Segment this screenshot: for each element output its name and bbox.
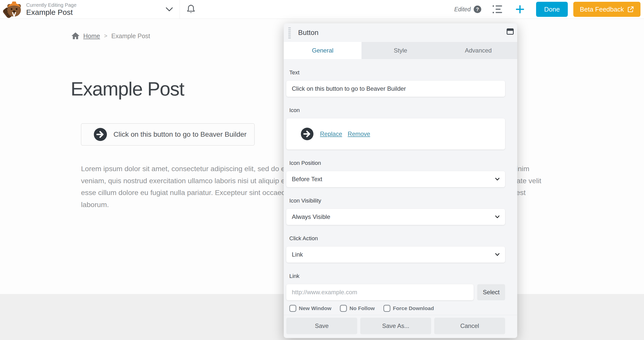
icon-position-select[interactable]: Before Text: [286, 171, 505, 187]
icon-preview-card: Replace Remove: [286, 118, 505, 150]
icon-visibility-label: Icon Visibility: [289, 198, 505, 204]
panel-title: Button: [298, 29, 318, 37]
external-link-icon: [627, 6, 634, 13]
drag-handle[interactable]: [288, 27, 291, 38]
page-demo-button-label: Click on this button to go to Beaver Bui…: [113, 130, 247, 138]
notifications-bell-icon[interactable]: [180, 5, 202, 14]
breadcrumb-home-link[interactable]: Home: [83, 32, 100, 40]
beaver-builder-logo: [3, 1, 22, 18]
help-icon[interactable]: ?: [474, 6, 481, 13]
beta-feedback-button[interactable]: Beta Feedback: [573, 2, 640, 17]
field-icon-visibility: Icon Visibility Always Visible: [284, 198, 517, 225]
page-switcher-chevron-down-icon[interactable]: [166, 7, 173, 12]
force-download-checkbox[interactable]: Force Download: [383, 305, 434, 312]
home-icon[interactable]: [71, 32, 80, 40]
panel-body: Text Icon Replace Remove Icon Position: [284, 59, 517, 315]
checkbox-icon: [383, 305, 390, 312]
beta-feedback-label: Beta Feedback: [580, 6, 624, 13]
arrow-circle-right-icon: [94, 128, 107, 141]
selected-arrow-circle-right-icon: [301, 128, 313, 140]
new-window-checkbox[interactable]: New Window: [289, 305, 331, 312]
currently-editing-label: Currently Editing Page: [26, 2, 76, 8]
breadcrumb-separator: >: [104, 33, 107, 39]
chevron-down-icon: [495, 178, 500, 181]
link-options: New Window No Follow Force Download: [289, 305, 505, 312]
field-link: Link Select New Window No Follow Force D…: [284, 273, 517, 312]
text-field-label: Text: [289, 70, 505, 75]
button-text-input[interactable]: [286, 81, 505, 97]
link-url-input[interactable]: [286, 284, 474, 300]
icon-visibility-select[interactable]: Always Visible: [286, 209, 505, 225]
icon-remove-link[interactable]: Remove: [348, 130, 370, 137]
done-button[interactable]: Done: [536, 2, 568, 17]
button-settings-panel: Button General Style Advanced Text Icon: [284, 23, 517, 338]
click-action-label: Click Action: [289, 235, 505, 241]
page-demo-button[interactable]: Click on this button to go to Beaver Bui…: [81, 123, 255, 145]
save-button[interactable]: Save: [286, 318, 357, 334]
field-text: Text: [284, 70, 517, 97]
breadcrumb-current: Example Post: [111, 32, 150, 40]
tab-advanced[interactable]: Advanced: [439, 42, 517, 59]
no-follow-label: No Follow: [349, 305, 375, 311]
dock-window-icon[interactable]: [507, 28, 514, 35]
panel-footer: Save Save As... Cancel: [284, 315, 517, 338]
icon-field-label: Icon: [289, 107, 505, 113]
panel-tab-bar: General Style Advanced: [284, 42, 517, 59]
outline-panel-icon[interactable]: [492, 5, 503, 14]
checkbox-icon: [340, 305, 347, 312]
new-window-label: New Window: [299, 305, 331, 311]
field-icon-position: Icon Position Before Text: [284, 160, 517, 187]
icon-replace-link[interactable]: Replace: [320, 130, 342, 137]
chevron-down-icon: [495, 215, 500, 218]
field-icon: Icon Replace Remove: [284, 107, 517, 150]
icon-visibility-value: Always Visible: [292, 213, 330, 220]
chevron-down-icon: [495, 253, 500, 256]
click-action-value: Link: [292, 251, 303, 258]
force-download-label: Force Download: [393, 305, 434, 311]
topbar-title-block: Currently Editing Page Example Post: [26, 2, 76, 17]
cancel-button[interactable]: Cancel: [434, 318, 505, 334]
field-click-action: Click Action Link: [284, 235, 517, 263]
top-bar: Currently Editing Page Example Post Edit…: [0, 0, 644, 19]
edited-status-label: Edited: [454, 6, 471, 13]
link-input-row: Select: [286, 284, 505, 300]
icon-position-value: Before Text: [292, 176, 322, 183]
click-action-select[interactable]: Link: [286, 247, 505, 263]
icon-actions: Replace Remove: [320, 130, 370, 137]
no-follow-checkbox[interactable]: No Follow: [340, 305, 375, 312]
add-content-plus-icon[interactable]: [515, 4, 525, 14]
page-title: Example Post: [71, 78, 184, 100]
tab-style[interactable]: Style: [361, 42, 439, 59]
topbar-page-title: Example Post: [26, 8, 76, 17]
save-as-button[interactable]: Save As...: [360, 318, 431, 334]
link-select-button[interactable]: Select: [477, 284, 505, 300]
link-field-label: Link: [289, 273, 505, 279]
topbar-right-group: Edited ? Done Beta Feedback: [454, 2, 640, 17]
icon-position-label: Icon Position: [289, 160, 505, 166]
tab-general[interactable]: General: [284, 42, 361, 59]
checkbox-icon: [289, 305, 296, 312]
panel-header[interactable]: Button: [284, 23, 517, 42]
topbar-left-group: Currently Editing Page Example Post: [0, 0, 180, 19]
breadcrumb: Home > Example Post: [71, 32, 150, 40]
